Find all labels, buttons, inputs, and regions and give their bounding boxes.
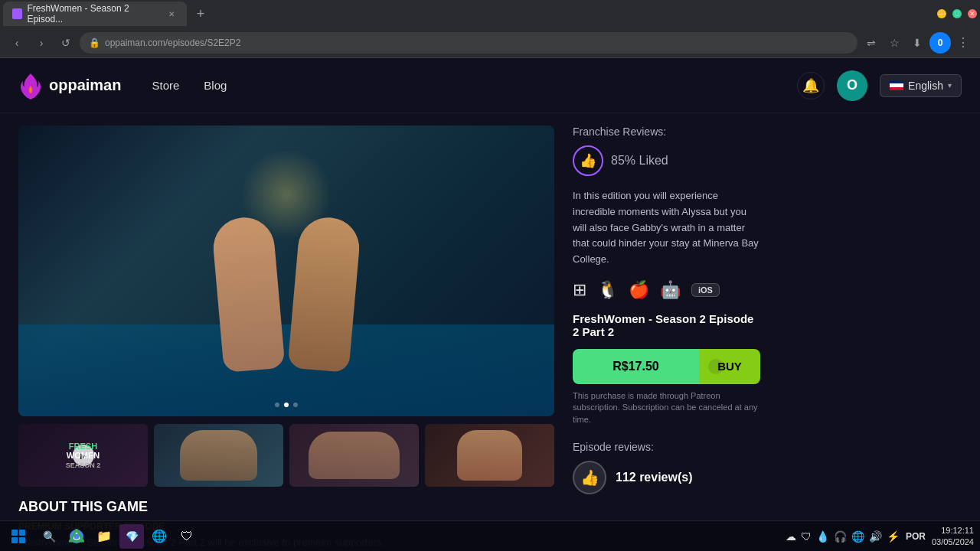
reload-button[interactable]: ↺ — [55, 32, 77, 54]
tray-cloud2-icon[interactable]: 💧 — [816, 530, 829, 543]
buy-row: R$17.50 BUY — [573, 349, 760, 384]
rating-row: 👍 85% Liked — [573, 145, 760, 176]
buy-button[interactable]: BUY — [699, 349, 760, 384]
download-button[interactable]: ⬇ — [906, 32, 928, 54]
taskbar-files-icon[interactable]: 📁 — [92, 524, 116, 549]
taskbar: 🔍 📁 💎 🌐 🛡 ☁ 🛡 💧 🎧 🌐 🔊 ⚡ POR 19:12:11 — [0, 520, 980, 551]
taskbar-date: 03/05/2024 — [932, 536, 974, 547]
video-background — [18, 126, 554, 416]
window-controls: — □ ✕ — [937, 9, 977, 18]
review-thumbs-up-icon: 👍 — [573, 461, 606, 494]
thumb-season-label: SEASON 2 — [66, 461, 101, 469]
episode-reviews-label: Episode reviews: — [573, 441, 760, 453]
franchise-reviews-label: Franchise Reviews: — [573, 126, 760, 138]
thumbnail-1[interactable]: FRESH WOMEN SEASON 2 ▶ — [18, 424, 148, 487]
video-dots — [275, 403, 298, 407]
taskbar-app1-icon[interactable]: 💎 — [119, 524, 144, 549]
windows-icon[interactable]: ⊞ — [573, 280, 586, 300]
episode-reviews-section: Episode reviews: 👍 112 review(s) — [573, 441, 760, 494]
rating-percent: 85% Liked — [611, 154, 668, 167]
dot-1 — [275, 403, 279, 407]
thumbs-up-icon: 👍 — [573, 145, 603, 176]
figure-female — [211, 215, 285, 373]
flag-icon — [890, 80, 903, 90]
reviews-count: 112 review(s) — [616, 471, 693, 484]
profile-button[interactable]: 0 — [929, 32, 951, 54]
chevron-down-icon: ▾ — [948, 81, 952, 90]
sidebar-description: In this edition you will experience incr… — [573, 188, 760, 268]
system-tray-icons: ☁ 🛡 💧 🎧 🌐 🔊 ⚡ — [786, 530, 900, 543]
browser-menu-button[interactable]: ⋮ — [952, 32, 974, 54]
active-tab[interactable]: FreshWomen - Season 2 Episod... ✕ — [3, 2, 187, 26]
about-title: ABOUT THIS GAME — [18, 499, 554, 515]
translate-button[interactable]: ⇌ — [861, 32, 882, 54]
taskbar-chrome-icon[interactable] — [64, 524, 89, 549]
site-navbar: oppaiman Store Blog 🔔 O English ▾ — [0, 58, 980, 113]
window-maximize-button[interactable]: □ — [952, 9, 962, 18]
apple-icon[interactable]: 🍎 — [629, 280, 649, 300]
tab-close-button[interactable]: ✕ — [166, 8, 178, 20]
media-section: FRESH WOMEN SEASON 2 ▶ — [18, 126, 554, 550]
taskbar-search-icon[interactable]: 🔍 — [37, 524, 61, 549]
purchase-note: This purchase is made through Patreon su… — [573, 390, 760, 425]
windows-logo-icon — [11, 530, 25, 543]
start-button[interactable] — [6, 524, 31, 549]
rating-liked-label: Liked — [639, 154, 668, 167]
tray-cloud-icon[interactable]: ☁ — [786, 530, 796, 543]
thumbnail-4[interactable] — [425, 424, 554, 487]
forward-button[interactable]: › — [31, 32, 52, 54]
tab-strip: FreshWomen - Season 2 Episod... ✕ + — □ … — [0, 0, 980, 28]
tray-speaker-icon[interactable]: 🔊 — [869, 530, 882, 543]
tray-headphones-icon[interactable]: 🎧 — [834, 530, 847, 543]
thumbnail-strip: FRESH WOMEN SEASON 2 ▶ — [18, 424, 554, 487]
bookmark-button[interactable]: ☆ — [884, 32, 905, 54]
taskbar-clock: 19:12:11 03/05/2024 — [932, 525, 974, 547]
toolbar-actions: ⇌ ☆ ⬇ 0 ⋮ — [861, 32, 974, 54]
window-close-button[interactable]: ✕ — [968, 9, 977, 18]
blog-link[interactable]: Blog — [204, 79, 227, 92]
url-text: oppaiman.com/episodes/S2E2P2 — [105, 37, 240, 48]
page-content: oppaiman Store Blog 🔔 O English ▾ — [0, 58, 980, 550]
tray-network-icon[interactable]: 🌐 — [851, 530, 864, 543]
address-bar[interactable]: 🔒 oppaiman.com/episodes/S2E2P2 — [80, 32, 858, 54]
taskbar-pinned-icons: 🔍 📁 💎 🌐 🛡 — [37, 524, 199, 549]
main-video — [18, 126, 554, 416]
nav-links: Store Blog — [152, 79, 227, 92]
rating-display: 85% Liked — [611, 154, 668, 168]
thumbnail-2[interactable] — [154, 424, 283, 487]
price-button[interactable]: R$17.50 — [573, 349, 699, 384]
dot-3 — [293, 403, 298, 407]
tab-favicon — [12, 8, 22, 19]
logo[interactable]: oppaiman — [18, 72, 121, 99]
platform-icons: ⊞ 🐧 🍎 🤖 iOS — [573, 280, 760, 300]
taskbar-language-label: POR — [906, 531, 926, 542]
lang-label: English — [908, 80, 943, 92]
store-link[interactable]: Store — [152, 79, 179, 92]
thumbnail-3[interactable] — [289, 424, 419, 487]
tab-title: FreshWomen - Season 2 Episod... — [27, 3, 161, 24]
back-button[interactable]: ‹ — [6, 32, 28, 54]
browser-toolbar: ‹ › ↺ 🔒 oppaiman.com/episodes/S2E2P2 ⇌ ☆… — [0, 28, 980, 58]
taskbar-right: ☁ 🛡 💧 🎧 🌐 🔊 ⚡ POR 19:12:11 03/05/2024 — [786, 525, 974, 547]
sidebar: Franchise Reviews: 👍 85% Liked In this e… — [573, 126, 760, 550]
reviews-row: 👍 112 review(s) — [573, 461, 760, 494]
figure-male — [287, 215, 361, 373]
franchise-reviews-section: Franchise Reviews: 👍 85% Liked In this e… — [573, 126, 760, 268]
tray-battery-icon[interactable]: ⚡ — [887, 530, 900, 543]
taskbar-app2-icon[interactable]: 🌐 — [147, 524, 172, 549]
android-icon[interactable]: 🤖 — [660, 280, 681, 300]
taskbar-app3-icon[interactable]: 🛡 — [175, 524, 199, 549]
linux-icon[interactable]: 🐧 — [597, 280, 618, 300]
notification-button[interactable]: 🔔 — [797, 72, 825, 99]
episode-title: FreshWomen - Season 2 Episode 2 Part 2 — [573, 312, 760, 338]
window-minimize-button[interactable]: — — [937, 9, 946, 18]
thumb-fresh-label: FRESH — [69, 442, 97, 451]
tray-shield-icon[interactable]: 🛡 — [801, 530, 812, 543]
user-avatar[interactable]: O — [837, 70, 867, 101]
new-tab-button[interactable]: + — [190, 3, 211, 24]
dot-2 — [284, 403, 289, 407]
language-selector[interactable]: English ▾ — [880, 74, 962, 97]
lock-icon: 🔒 — [89, 37, 100, 48]
ios-badge[interactable]: iOS — [691, 283, 720, 297]
thumb-women-label: WOMEN — [67, 451, 100, 460]
